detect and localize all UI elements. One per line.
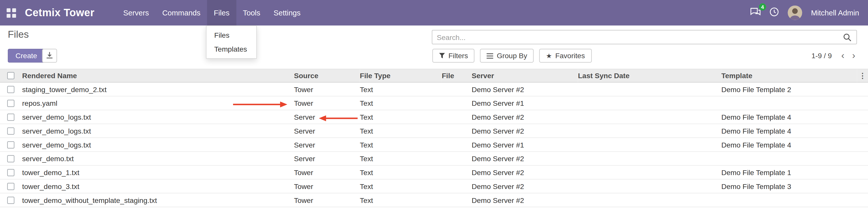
cell-file-type[interactable]: Text: [360, 124, 442, 138]
cell-server[interactable]: Demo Server #2: [472, 179, 578, 193]
cell-server[interactable]: Demo Server #2: [472, 165, 578, 179]
cell-rendered-name[interactable]: server_demo.txt: [22, 152, 294, 165]
cell-last-sync-date[interactable]: [578, 138, 721, 152]
cell-rendered-name[interactable]: tower_demo_3.txt: [22, 179, 294, 193]
cell-file-type[interactable]: Text: [360, 82, 442, 96]
table-row[interactable]: server_demo_logs.txt Server Text Demo Se…: [0, 138, 868, 152]
cell-server[interactable]: Demo Server #2: [472, 82, 578, 96]
cell-server[interactable]: Demo Server #2: [472, 110, 578, 124]
cell-file[interactable]: [442, 124, 472, 138]
column-source[interactable]: Source: [294, 69, 360, 83]
search-icon[interactable]: [838, 33, 856, 41]
dropdown-item-templates[interactable]: Templates: [207, 42, 256, 56]
select-all-checkbox[interactable]: [7, 72, 14, 79]
column-options-icon[interactable]: ⋮: [859, 71, 866, 80]
apps-grid-icon[interactable]: [7, 8, 16, 18]
cell-rendered-name[interactable]: server_demo_logs.txt: [22, 124, 294, 138]
column-rendered-name[interactable]: Rendered Name: [22, 69, 294, 83]
column-file-type[interactable]: File Type: [360, 69, 442, 83]
cell-last-sync-date[interactable]: [578, 152, 721, 165]
cell-source[interactable]: Server: [294, 152, 360, 165]
column-server[interactable]: Server: [472, 69, 578, 83]
row-checkbox[interactable]: [7, 183, 14, 190]
group-by-button[interactable]: Group By: [480, 49, 534, 63]
cell-template[interactable]: Demo File Template 1: [721, 165, 857, 179]
cell-source[interactable]: Server: [294, 124, 360, 138]
cell-source[interactable]: Server: [294, 110, 360, 124]
dropdown-item-files[interactable]: Files: [207, 28, 256, 42]
messages-button[interactable]: 4: [750, 7, 761, 19]
cell-last-sync-date[interactable]: [578, 193, 721, 207]
cell-source[interactable]: Tower: [294, 96, 360, 110]
filters-button[interactable]: Filters: [432, 49, 474, 63]
row-checkbox[interactable]: [7, 155, 14, 162]
cell-file-type[interactable]: Text: [360, 110, 442, 124]
cell-last-sync-date[interactable]: [578, 165, 721, 179]
table-row[interactable]: staging_tower_demo_2.txt Tower Text Demo…: [0, 82, 868, 96]
table-row[interactable]: repos.yaml Tower Text Demo Server #1: [0, 96, 868, 110]
user-avatar[interactable]: [787, 6, 802, 20]
cell-file[interactable]: [442, 193, 472, 207]
cell-server[interactable]: Demo Server #2: [472, 193, 578, 207]
row-checkbox[interactable]: [7, 99, 14, 107]
cell-file-type[interactable]: Text: [360, 96, 442, 110]
cell-server[interactable]: Demo Server #2: [472, 152, 578, 165]
cell-last-sync-date[interactable]: [578, 110, 721, 124]
cell-server[interactable]: Demo Server #2: [472, 124, 578, 138]
cell-rendered-name[interactable]: tower_demo_without_template_staging.txt: [22, 193, 294, 207]
cell-template[interactable]: [721, 152, 857, 165]
cell-server[interactable]: Demo Server #1: [472, 96, 578, 110]
column-template[interactable]: Template: [721, 69, 857, 83]
cell-file[interactable]: [442, 138, 472, 152]
table-row[interactable]: tower_demo_3.txt Tower Text Demo Server …: [0, 179, 868, 193]
cell-rendered-name[interactable]: server_demo_logs.txt: [22, 110, 294, 124]
activity-button[interactable]: [769, 7, 779, 19]
table-row[interactable]: server_demo_logs.txt Server Text Demo Se…: [0, 110, 868, 124]
menu-commands[interactable]: Commands: [156, 0, 207, 26]
create-button[interactable]: Create: [8, 49, 45, 63]
pager-next-button[interactable]: ›: [848, 51, 859, 60]
cell-rendered-name[interactable]: tower_demo_1.txt: [22, 165, 294, 179]
table-row[interactable]: tower_demo_without_template_staging.txt …: [0, 193, 868, 207]
cell-file[interactable]: [442, 165, 472, 179]
cell-file-type[interactable]: Text: [360, 193, 442, 207]
table-row[interactable]: tower_demo_1.txt Tower Text Demo Server …: [0, 165, 868, 179]
cell-source[interactable]: Server: [294, 138, 360, 152]
row-checkbox[interactable]: [7, 86, 14, 93]
cell-file[interactable]: [442, 96, 472, 110]
cell-rendered-name[interactable]: staging_tower_demo_2.txt: [22, 82, 294, 96]
cell-source[interactable]: Tower: [294, 179, 360, 193]
column-last-sync-date[interactable]: Last Sync Date: [578, 69, 721, 83]
cell-template[interactable]: [721, 193, 857, 207]
favorites-button[interactable]: ★ Favorites: [539, 49, 591, 63]
cell-file[interactable]: [442, 152, 472, 165]
cell-template[interactable]: Demo File Template 4: [721, 138, 857, 152]
table-row[interactable]: server_demo.txt Server Text Demo Server …: [0, 152, 868, 165]
cell-source[interactable]: Tower: [294, 165, 360, 179]
cell-last-sync-date[interactable]: [578, 179, 721, 193]
table-row[interactable]: server_demo_logs.txt Server Text Demo Se…: [0, 124, 868, 138]
user-name[interactable]: Mitchell Admin: [811, 9, 859, 17]
row-checkbox[interactable]: [7, 127, 14, 134]
cell-rendered-name[interactable]: server_demo_logs.txt: [22, 138, 294, 152]
cell-source[interactable]: Tower: [294, 193, 360, 207]
search-input[interactable]: [432, 33, 838, 41]
cell-file[interactable]: [442, 82, 472, 96]
cell-template[interactable]: Demo File Template 3: [721, 179, 857, 193]
cell-template[interactable]: Demo File Template 4: [721, 124, 857, 138]
cell-source[interactable]: Tower: [294, 82, 360, 96]
cell-template[interactable]: Demo File Template 2: [721, 82, 857, 96]
cell-server[interactable]: Demo Server #1: [472, 138, 578, 152]
export-button[interactable]: [42, 49, 57, 63]
menu-settings[interactable]: Settings: [267, 0, 307, 26]
menu-tools[interactable]: Tools: [236, 0, 267, 26]
row-checkbox[interactable]: [7, 141, 14, 148]
cell-last-sync-date[interactable]: [578, 96, 721, 110]
cell-template[interactable]: Demo File Template 4: [721, 110, 857, 124]
cell-file[interactable]: [442, 179, 472, 193]
cell-file-type[interactable]: Text: [360, 179, 442, 193]
cell-file-type[interactable]: Text: [360, 152, 442, 165]
cell-last-sync-date[interactable]: [578, 124, 721, 138]
row-checkbox[interactable]: [7, 169, 14, 176]
menu-servers[interactable]: Servers: [117, 0, 155, 26]
